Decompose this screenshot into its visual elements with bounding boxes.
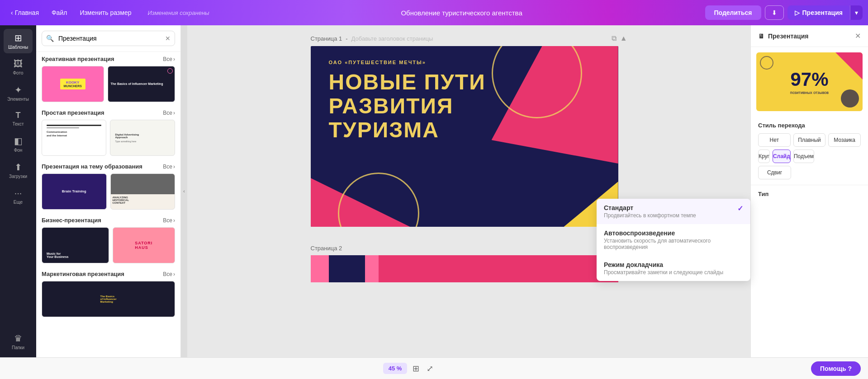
thumb-percent: 97% xyxy=(790,69,828,90)
present-panel: 🖥 Презентация ✕ 97% позитивных отзывов С… xyxy=(750,25,868,357)
folders-icon: ♛ xyxy=(14,333,22,344)
slide-2[interactable] xyxy=(311,255,618,282)
present-close-button[interactable]: ✕ xyxy=(855,32,861,40)
expand-view-button[interactable]: ⤢ xyxy=(425,362,435,375)
transition-mosaic[interactable]: Мозаика xyxy=(828,133,861,147)
canvas-area[interactable]: Страница 1 - Добавьте заголовок страницы… xyxy=(187,25,750,357)
section-all-business[interactable]: Все › xyxy=(163,217,175,224)
slide-2-pink xyxy=(311,255,329,282)
thumb-brain[interactable]: Brain Training xyxy=(42,173,107,210)
thumb-marketing-1[interactable]: The Basicsof InfluencerMarketing xyxy=(42,281,175,317)
elements-icon: ✦ xyxy=(14,84,22,95)
chevron-down-icon: ▾ xyxy=(855,9,858,16)
dropdown-title-autoplay: Автовоспроизведение xyxy=(604,229,743,237)
transition-slide[interactable]: Слайд xyxy=(773,150,791,163)
icon-sidebar: ⊞ Шаблоны 🖼 Фото ✦ Элементы T Текст ◧ Фо… xyxy=(0,25,36,357)
template-thumbnails-simple: Communicationand the Internet Digital Ad… xyxy=(42,120,175,156)
folders-label: Папки xyxy=(12,345,24,350)
sidebar-item-elements[interactable]: ✦ Элементы xyxy=(4,81,33,105)
resize-button[interactable]: Изменить размер xyxy=(74,6,137,19)
sidebar-item-templates[interactable]: ⊞ Шаблоны xyxy=(4,29,33,53)
background-icon: ◧ xyxy=(14,136,23,146)
home-button[interactable]: ‹ Главная xyxy=(5,6,44,19)
zoom-display[interactable]: 45 % xyxy=(383,363,408,374)
thumb-music[interactable]: Music forYour Business xyxy=(42,227,109,263)
sidebar-item-text[interactable]: T Текст xyxy=(4,107,33,130)
collapse-tab[interactable]: ‹ xyxy=(181,25,187,357)
section-education: Презентация на тему образования Все › Br… xyxy=(42,163,175,210)
file-label: Файл xyxy=(52,9,67,16)
present-group: ▷ Презентация ▾ xyxy=(787,5,863,20)
slide-1-subtitle: ОАО «ПУТЕШЕСТВИЕ МЕЧТЫ» xyxy=(329,60,600,65)
expand-icon[interactable]: ▲ xyxy=(620,34,627,42)
dropdown-item-autoplay[interactable]: Автовоспроизведение Установить скорость … xyxy=(597,224,750,256)
transition-section: Стиль перехода Нет Плавный Мозаика Круг … xyxy=(751,117,868,185)
sidebar-item-folders[interactable]: ♛ Папки xyxy=(4,329,33,354)
section-all-marketing[interactable]: Все › xyxy=(163,271,175,277)
thumb-historical[interactable]: ANALYZINGHISTORICALCONTEXT xyxy=(110,173,175,210)
present-dropdown-button[interactable]: ▾ xyxy=(850,5,863,20)
thumb-influencer[interactable]: The Basics of Influencer Marketing xyxy=(108,66,175,102)
thumb-kooky-text: KOOKY MUNCHERS xyxy=(60,79,85,89)
background-label: Фон xyxy=(14,148,23,153)
copy-icon[interactable]: ⧉ xyxy=(612,34,617,42)
sidebar-item-uploads[interactable]: ⬆ Загрузки xyxy=(4,158,33,182)
sidebar-item-background[interactable]: ◧ Фон xyxy=(4,132,33,156)
bottom-center: 45 % ⊞ ⤢ xyxy=(383,362,436,375)
section-all-simple[interactable]: Все › xyxy=(163,110,175,116)
download-button[interactable]: ⬇ xyxy=(765,5,784,20)
slide-1-title: НОВЫЕ ПУТИ РАЗВИТИЯ ТУРИЗМА xyxy=(329,70,600,142)
transition-smooth[interactable]: Плавный xyxy=(793,133,826,147)
thumb-digital[interactable]: Digital AdvertisingApproach Type somethi… xyxy=(110,120,175,156)
collapse-icon: ‹ xyxy=(183,189,185,194)
share-button[interactable]: Поделиться xyxy=(705,5,761,20)
present-icon: ▷ xyxy=(795,9,800,16)
section-title-creative: Креативная презентация xyxy=(42,56,114,62)
thumb-kooky[interactable]: KOOKY MUNCHERS xyxy=(42,66,104,102)
grid-view-button[interactable]: ⊞ xyxy=(411,362,421,375)
dropdown-title-standard: Стандарт xyxy=(604,204,737,211)
search-clear-icon[interactable]: ✕ xyxy=(165,35,171,42)
present-button[interactable]: ▷ Презентация xyxy=(787,5,850,20)
topbar-left: ‹ Главная Файл Изменить размер Изменения… xyxy=(5,6,218,19)
dropdown-item-presenter[interactable]: Режим докладчика Просматривайте заметки … xyxy=(597,256,750,281)
thumb-satori[interactable]: SATORIHAUS xyxy=(113,227,175,263)
search-icon: 🔍 xyxy=(46,35,54,42)
section-all-creative[interactable]: Все › xyxy=(163,56,175,62)
slide-title-line2: РАЗВИТИЯ xyxy=(329,94,600,118)
transition-rise[interactable]: Подъем xyxy=(793,150,814,163)
file-button[interactable]: Файл xyxy=(46,6,72,19)
slide-1[interactable]: ОАО «ПУТЕШЕСТВИЕ МЕЧТЫ» НОВЫЕ ПУТИ РАЗВИ… xyxy=(311,46,618,227)
transition-circle[interactable]: Круг xyxy=(758,150,770,163)
dropdown-desc-presenter: Просматривайте заметки и следующие слайд… xyxy=(604,269,743,276)
present-slide-thumb[interactable]: 97% позитивных отзывов xyxy=(756,52,863,111)
slide-title-line3: ТУРИЗМА xyxy=(329,118,600,142)
transition-none[interactable]: Нет xyxy=(758,133,791,147)
sidebar-item-more[interactable]: ··· Еще xyxy=(4,184,33,208)
type-label: Тип xyxy=(758,191,861,197)
page-header-left-1: Страница 1 - Добавьте заголовок страницы xyxy=(311,35,433,42)
sidebar-item-photos[interactable]: 🖼 Фото xyxy=(4,55,33,79)
template-thumbnails-business: Music forYour Business SATORIHAUS xyxy=(42,227,175,263)
thumb-satori-text: SATORIHAUS xyxy=(135,241,152,250)
slide-1-content: ОАО «ПУТЕШЕСТВИЕ МЕЧТЫ» НОВЫЕ ПУТИ РАЗВИ… xyxy=(311,46,618,227)
page-2-label: Страница 2 xyxy=(311,245,342,252)
section-all-education[interactable]: Все › xyxy=(163,164,175,170)
search-input[interactable] xyxy=(42,31,175,46)
saved-status: Изменения сохранены xyxy=(147,9,209,16)
template-thumbnails-marketing: The Basicsof InfluencerMarketing xyxy=(42,281,175,317)
topbar-center: Обновление туристического агентства xyxy=(218,9,705,17)
dropdown-item-standard[interactable]: Стандарт Продвигайтесь в комфортном темп… xyxy=(597,199,750,224)
section-simple: Простая презентация Все › Communicationa… xyxy=(42,109,175,156)
chevron-left-icon: ‹ xyxy=(11,9,13,16)
section-title-marketing: Маркетинговая презентация xyxy=(42,271,124,277)
thumb-communication[interactable]: Communicationand the Internet xyxy=(42,120,106,156)
search-bar: 🔍 ✕ xyxy=(36,25,180,52)
help-button[interactable]: Помощь ? xyxy=(811,361,861,376)
thumb-influencer-circle xyxy=(167,68,173,74)
transition-shift[interactable]: Сдвиг xyxy=(758,166,791,179)
template-list: Креативная презентация Все › KOOKY MUNCH… xyxy=(36,52,180,357)
template-thumbnails-education: Brain Training ANALYZINGHISTORICALCONTEX… xyxy=(42,173,175,210)
section-title-business: Бизнес-презентация xyxy=(42,217,101,224)
page-1-placeholder[interactable]: Добавьте заголовок страницы xyxy=(351,35,433,42)
